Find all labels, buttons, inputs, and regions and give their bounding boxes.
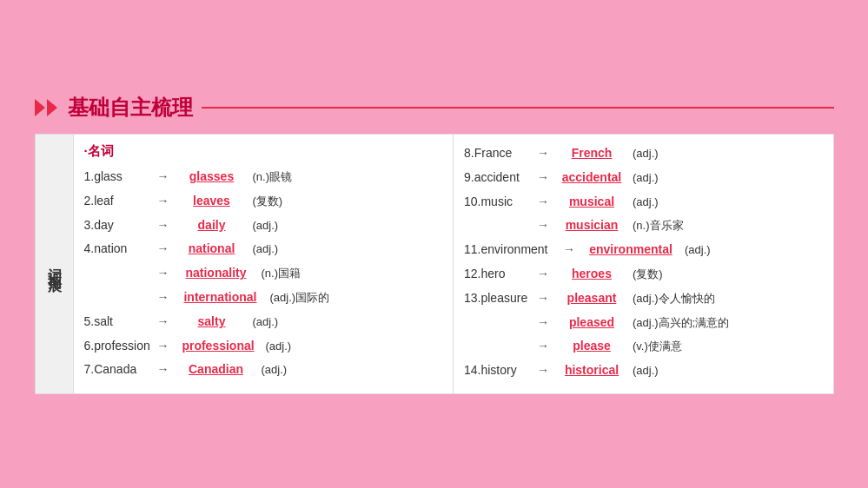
arrow-icon: → <box>157 191 169 210</box>
answer-field: French <box>553 143 631 162</box>
arrow-icon: → <box>157 359 169 379</box>
arrow-icon: → <box>537 168 549 187</box>
list-item: 10.music → musical (adj.) <box>464 192 823 212</box>
list-item: 7.Canada → Canadian (adj.) <box>84 359 443 379</box>
list-item: 8.France → French (adj.) <box>464 143 823 163</box>
entry-number: 13.pleasure <box>464 288 533 307</box>
arrow-icon: → <box>157 167 169 186</box>
list-item: 9.accident → accidental (adj.) <box>464 168 823 188</box>
section-title-noun: ·名词 <box>84 143 443 160</box>
note-text: (adj.) <box>685 241 711 260</box>
left-column: ·名词 1.glass → glasses (n.)眼镜 2.leaf → le… <box>74 135 454 393</box>
arrow-icon: → <box>157 312 169 331</box>
header-icon <box>35 99 57 116</box>
entry-number: 7.Canada <box>84 359 154 379</box>
note-text: (adj.)国际的 <box>270 289 330 307</box>
answer-field: environmental <box>579 240 683 259</box>
arrow-icon: → <box>157 336 169 355</box>
entry-number: 4.nation <box>84 239 154 258</box>
list-item: → musician (n.)音乐家 <box>464 215 823 235</box>
note-text: (n.)国籍 <box>262 265 301 283</box>
answer-field: glasses <box>173 167 251 186</box>
arrow-icon: → <box>537 313 549 332</box>
arrow-icon: → <box>157 287 169 307</box>
list-item: 14.history → historical (adj.) <box>464 360 823 380</box>
arrow-icon: → <box>537 360 549 379</box>
arrow-icon: → <box>537 264 549 283</box>
arrow-icon: → <box>537 288 549 307</box>
page-title: 基础自主梳理 <box>68 94 193 122</box>
list-item: → pleased (adj.)高兴的;满意的 <box>464 313 823 333</box>
answer-field: pleasant <box>553 288 631 307</box>
arrow-icon: → <box>537 143 549 162</box>
content-area: ·名词 1.glass → glasses (n.)眼镜 2.leaf → le… <box>74 135 833 393</box>
list-item: → nationality (n.)国籍 <box>84 263 443 283</box>
answer-field: pleased <box>553 313 631 332</box>
answer-field: accidental <box>553 168 631 187</box>
main-card: 词汇拓展 ·名词 1.glass → glasses (n.)眼镜 2.leaf… <box>35 134 834 394</box>
entry-number: 5.salt <box>84 312 154 331</box>
note-text: (n.)音乐家 <box>633 217 684 235</box>
list-item: 2.leaf → leaves (复数) <box>84 191 443 211</box>
entry-number: 1.glass <box>84 167 154 186</box>
note-text: (v.)使满意 <box>633 338 682 356</box>
answer-field: heroes <box>553 264 631 283</box>
arrow-icon: → <box>157 263 169 282</box>
answer-field: daily <box>173 215 251 234</box>
answer-field: Canadian <box>173 359 260 379</box>
page: 基础自主梳理 词汇拓展 ·名词 1.glass → glasses (n.)眼镜… <box>17 85 851 403</box>
note-text: (adj.) <box>253 241 279 259</box>
entry-number: 12.hero <box>464 264 533 283</box>
arrow-icon: → <box>157 239 169 258</box>
list-item: 4.nation → national (adj.) <box>84 239 443 259</box>
header-divider <box>202 107 834 109</box>
entry-number: 2.leaf <box>84 191 154 210</box>
note-text: (adj.) <box>262 361 288 379</box>
entry-number: 8.France <box>464 143 533 162</box>
arrow-icon: → <box>563 240 575 259</box>
entry-number: 10.music <box>464 192 533 211</box>
note-text: (adj.) <box>633 169 659 188</box>
side-label: 词汇拓展 <box>36 135 74 393</box>
note-text: (n.)眼镜 <box>253 168 293 187</box>
answer-field: international <box>173 287 268 307</box>
entry-number: 3.day <box>84 215 154 234</box>
note-text: (复数) <box>633 266 663 284</box>
right-column: 8.France → French (adj.) 9.accident → ac… <box>454 135 833 393</box>
note-text: (adj.) <box>253 313 279 332</box>
answer-field: national <box>173 239 251 258</box>
entry-number: 9.accident <box>464 168 533 187</box>
list-item: 11.environment → environmental (adj.) <box>464 240 823 260</box>
note-text: (adj.) <box>633 145 659 163</box>
entry-number: 14.history <box>464 360 533 379</box>
entry-number: 11.environment <box>464 240 560 259</box>
list-item: 5.salt → salty (adj.) <box>84 312 443 332</box>
double-chevron-icon <box>35 99 57 116</box>
answer-field: historical <box>553 360 631 379</box>
header: 基础自主梳理 <box>35 94 834 122</box>
list-item: 13.pleasure → pleasant (adj.)令人愉快的 <box>464 288 823 308</box>
note-text: (adj.) <box>633 362 659 380</box>
arrow-icon: → <box>537 192 549 211</box>
arrow-icon: → <box>537 215 549 234</box>
list-item: 6.profession → professional (adj.) <box>84 336 443 356</box>
entry-number: 6.profession <box>84 336 154 355</box>
note-text: (adj.)高兴的;满意的 <box>633 314 729 333</box>
note-text: (复数) <box>253 193 283 211</box>
arrow-icon: → <box>157 215 169 234</box>
answer-field: musician <box>553 215 631 234</box>
note-text: (adj.) <box>266 338 292 356</box>
list-item: → please (v.)使满意 <box>464 336 823 356</box>
answer-field: leaves <box>173 191 251 210</box>
list-item: 1.glass → glasses (n.)眼镜 <box>84 167 443 187</box>
answer-field: salty <box>173 312 251 331</box>
list-item: 3.day → daily (adj.) <box>84 215 443 235</box>
note-text: (adj.) <box>633 194 659 212</box>
answer-field: professional <box>173 336 264 355</box>
list-item: → international (adj.)国际的 <box>84 287 443 307</box>
list-item: 12.hero → heroes (复数) <box>464 264 823 284</box>
note-text: (adj.)令人愉快的 <box>633 290 715 308</box>
arrow-icon: → <box>537 336 549 355</box>
answer-field: nationality <box>173 263 260 282</box>
answer-field: musical <box>553 192 631 211</box>
